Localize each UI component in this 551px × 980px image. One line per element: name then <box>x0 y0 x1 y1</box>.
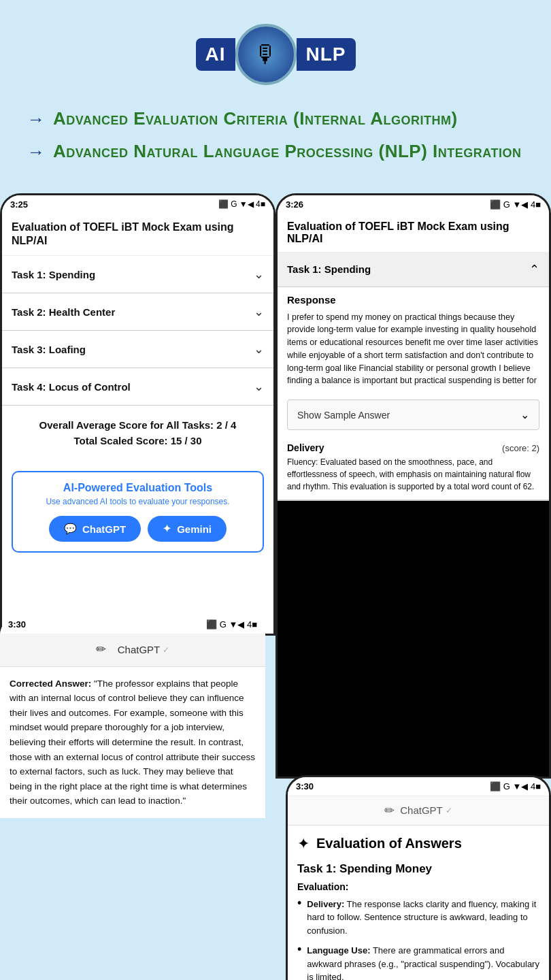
status-bar-bottom-left: 3:30 ⬛ G ▼◀ 4■ <box>0 615 265 634</box>
gemini-button[interactable]: ✦ Gemini <box>148 516 227 542</box>
chevron-down-icon-2: ⌄ <box>254 304 264 319</box>
logo-microphone: 🎙 <box>235 24 297 85</box>
task1-expanded: Task 1: Spending ⌃ Response I prefer to … <box>278 252 549 502</box>
time-right-bottom: 3:30 <box>296 781 314 791</box>
phones-section: 3:25 ⬛ G ▼◀ 4■ Evaluation of TOEFL iBT M… <box>0 193 551 949</box>
edit-icon-right: ✏ <box>384 803 395 818</box>
phone-left: 3:25 ⬛ G ▼◀ 4■ Evaluation of TOEFL iBT M… <box>0 193 276 636</box>
show-sample-button[interactable]: Show Sample Answer ⌄ <box>287 399 539 430</box>
task1-label: Task 1: Spending <box>287 263 371 275</box>
top-section: AI 🎙 NLP → Advanced Evaluation Criteria … <box>0 0 551 193</box>
status-bar-left: 3:25 ⬛ G ▼◀ 4■ <box>2 195 273 214</box>
bullet-text-2: Language Use: There are grammatical erro… <box>307 944 539 980</box>
chevron-down-icon-1: ⌄ <box>254 267 264 282</box>
phone-bottom-left: 3:30 ⬛ G ▼◀ 4■ ✏ ChatGPT ✓ Corrected Ans… <box>0 615 265 818</box>
delivery-section: Delivery (score: 2) Fluency: Evaluated b… <box>278 436 549 500</box>
time-left: 3:25 <box>10 199 28 210</box>
chatgpt-icon: 💬 <box>64 523 77 535</box>
arrow-icon-1: → <box>27 109 45 130</box>
overall-score: Overall Average Score for All Tasks: 2 /… <box>12 419 264 431</box>
time-right: 3:26 <box>286 199 303 210</box>
task-label-3: Task 3: Loafing <box>12 344 86 355</box>
task-label-4: Task 4: Locus of Control <box>12 381 131 393</box>
ai-tools-subtitle: Use advanced AI tools to evaluate your r… <box>22 497 253 506</box>
delivery-label: Delivery <box>287 442 324 453</box>
gemini-label: Gemini <box>177 523 212 535</box>
gemini-icon: ✦ <box>163 523 171 535</box>
response-title: Response <box>287 294 539 306</box>
chevron-down-icon-3: ⌄ <box>254 342 264 357</box>
eval-bullet-1: • Delivery: The response lacks clarity a… <box>297 898 539 938</box>
bullet-text-1: Delivery: The response lacks clarity and… <box>307 898 539 938</box>
eval-body: ✦ Evaluation of Answers Task 1: Spending… <box>288 826 549 980</box>
eval-task-title: Task 1: Spending Money <box>297 862 539 876</box>
eval-bullet-2: • Language Use: There are grammatical er… <box>297 944 539 980</box>
status-icons-left: ⬛ G ▼◀ 4■ <box>218 199 265 209</box>
corrected-answer: Corrected Answer: "The professor explain… <box>10 676 256 808</box>
openai-icon: ✦ <box>297 835 310 853</box>
phone-right-top: 3:26 ⬛ G ▼◀ 4■ Evaluation of TOEFL iBT M… <box>276 193 551 779</box>
chevron-up-icon: ⌃ <box>529 262 539 277</box>
right-app-title: Evaluation of TOEFL iBT Mock Exam using … <box>287 220 539 245</box>
feature-item-1: → Advanced Evaluation Criteria (Internal… <box>27 108 524 131</box>
show-sample-label: Show Sample Answer <box>297 410 390 421</box>
chatgpt-header-text: ChatGPT <box>118 644 161 655</box>
edit-icon: ✏ <box>96 642 112 658</box>
task1-header-row[interactable]: Task 1: Spending ⌃ <box>278 252 549 287</box>
bullet-strong-1: Delivery: <box>307 899 344 909</box>
chatgpt-label: ChatGPT <box>82 523 126 535</box>
ai-tools-title: AI-Powered Evaluation Tools <box>22 482 253 494</box>
corrected-text: "The professor explains that people with… <box>10 679 255 806</box>
app-title-left: Evaluation of TOEFL iBT Mock Exam using … <box>12 220 264 249</box>
bullet-strong-2: Language Use: <box>307 945 370 956</box>
response-text: I prefer to spend my money on practical … <box>287 311 539 388</box>
bullet-icon-2: • <box>297 943 301 957</box>
status-bar-right-bottom: 3:30 ⬛ G ▼◀ 4■ <box>288 777 549 796</box>
chevron-down-sample-icon: ⌄ <box>520 408 529 421</box>
status-bar-right: 3:26 ⬛ G ▼◀ 4■ <box>278 195 549 214</box>
delivery-score: (score: 2) <box>502 443 539 453</box>
right-app-header: Evaluation of TOEFL iBT Mock Exam using … <box>278 214 549 252</box>
app-header-left: Evaluation of TOEFL iBT Mock Exam using … <box>2 214 273 257</box>
logo-container: AI 🎙 NLP <box>27 14 524 95</box>
time-bottom-left: 3:30 <box>8 619 26 630</box>
task-row-3[interactable]: Task 3: Loafing ⌄ <box>2 331 273 368</box>
feature-text-2: Advanced Natural Language Processing (NL… <box>53 140 521 163</box>
response-section: Response I prefer to spend my money on p… <box>278 287 549 395</box>
eval-label: Evaluation: <box>297 881 539 892</box>
scores-section: Overall Average Score for All Tasks: 2 /… <box>2 406 273 464</box>
delivery-text: Fluency: Evaluated based on the smoothne… <box>287 456 539 493</box>
ai-tools-section: AI-Powered Evaluation Tools Use advanced… <box>12 471 264 553</box>
logo-nlp-text: NLP <box>297 38 356 71</box>
arrow-icon-2: → <box>27 142 45 163</box>
task-row-4[interactable]: Task 4: Locus of Control ⌄ <box>2 368 273 406</box>
chatgpt-tab-header: ✏ ChatGPT ✓ <box>288 796 549 826</box>
task-label-1: Task 1: Spending <box>12 269 95 280</box>
bullet-icon-1: • <box>297 896 301 911</box>
eval-main-header: ✦ Evaluation of Answers <box>297 835 539 853</box>
chatgpt-header-left: ✏ ChatGPT ✓ <box>0 634 265 667</box>
delivery-row: Delivery (score: 2) <box>287 442 539 453</box>
task-label-2: Task 2: Health Center <box>12 306 115 318</box>
chatgpt-body: Corrected Answer: "The professor explain… <box>0 667 265 818</box>
task-row-1[interactable]: Task 1: Spending ⌄ <box>2 256 273 293</box>
feature-item-2: → Advanced Natural Language Processing (… <box>27 140 524 163</box>
phone-right-bottom: 3:30 ⬛ G ▼◀ 4■ ✏ ChatGPT ✓ ✦ Evaluation … <box>286 775 551 980</box>
chatgpt-button[interactable]: 💬 ChatGPT <box>49 516 141 542</box>
eval-title: Evaluation of Answers <box>316 836 462 851</box>
chatgpt-tab-label: ChatGPT <box>400 804 443 816</box>
ai-buttons: 💬 ChatGPT ✦ Gemini <box>22 516 253 542</box>
logo-badge: AI 🎙 NLP <box>180 14 371 95</box>
feature-text-1: Advanced Evaluation Criteria (Internal A… <box>53 108 458 131</box>
task-row-2[interactable]: Task 2: Health Center ⌄ <box>2 293 273 331</box>
logo-ai-text: AI <box>196 38 235 71</box>
total-score: Total Scaled Score: 15 / 30 <box>12 435 264 446</box>
chevron-down-icon-4: ⌄ <box>254 379 264 394</box>
corrected-label: Corrected Answer: <box>10 679 91 689</box>
